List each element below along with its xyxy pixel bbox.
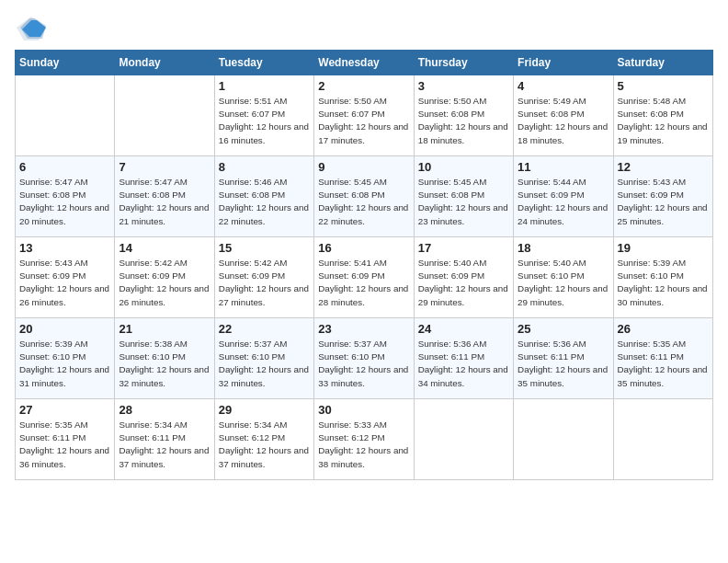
day-number: 26 <box>618 322 709 336</box>
day-info: Sunrise: 5:49 AM Sunset: 6:08 PM Dayligh… <box>518 95 609 147</box>
day-info: Sunrise: 5:34 AM Sunset: 6:12 PM Dayligh… <box>219 419 310 471</box>
calendar-cell <box>613 399 712 480</box>
day-number: 16 <box>318 241 409 255</box>
calendar-cell: 11Sunrise: 5:44 AM Sunset: 6:09 PM Dayli… <box>514 156 613 237</box>
day-info: Sunrise: 5:47 AM Sunset: 6:08 PM Dayligh… <box>119 176 210 228</box>
calendar-cell: 23Sunrise: 5:37 AM Sunset: 6:10 PM Dayli… <box>314 318 414 399</box>
day-number: 30 <box>318 403 409 417</box>
day-info: Sunrise: 5:42 AM Sunset: 6:09 PM Dayligh… <box>219 257 310 309</box>
calendar-cell: 16Sunrise: 5:41 AM Sunset: 6:09 PM Dayli… <box>314 237 414 318</box>
day-info: Sunrise: 5:43 AM Sunset: 6:09 PM Dayligh… <box>618 176 709 228</box>
day-info: Sunrise: 5:36 AM Sunset: 6:11 PM Dayligh… <box>418 338 509 390</box>
day-info: Sunrise: 5:34 AM Sunset: 6:11 PM Dayligh… <box>119 419 210 471</box>
calendar-week-1: 1Sunrise: 5:51 AM Sunset: 6:07 PM Daylig… <box>16 75 713 156</box>
day-info: Sunrise: 5:39 AM Sunset: 6:10 PM Dayligh… <box>618 257 709 309</box>
calendar-cell: 18Sunrise: 5:40 AM Sunset: 6:10 PM Dayli… <box>514 237 613 318</box>
calendar-cell: 30Sunrise: 5:33 AM Sunset: 6:12 PM Dayli… <box>314 399 414 480</box>
calendar-cell <box>115 75 214 156</box>
day-info: Sunrise: 5:36 AM Sunset: 6:11 PM Dayligh… <box>518 338 609 390</box>
day-number: 1 <box>219 79 310 93</box>
calendar-cell: 19Sunrise: 5:39 AM Sunset: 6:10 PM Dayli… <box>613 237 712 318</box>
calendar-cell <box>414 399 513 480</box>
calendar-week-3: 13Sunrise: 5:43 AM Sunset: 6:09 PM Dayli… <box>16 237 713 318</box>
day-number: 21 <box>119 322 210 336</box>
day-info: Sunrise: 5:33 AM Sunset: 6:12 PM Dayligh… <box>318 419 409 471</box>
day-number: 6 <box>19 160 110 174</box>
calendar-cell <box>16 75 115 156</box>
calendar-cell: 20Sunrise: 5:39 AM Sunset: 6:10 PM Dayli… <box>16 318 115 399</box>
day-info: Sunrise: 5:45 AM Sunset: 6:08 PM Dayligh… <box>318 176 409 228</box>
day-info: Sunrise: 5:44 AM Sunset: 6:09 PM Dayligh… <box>518 176 609 228</box>
day-info: Sunrise: 5:39 AM Sunset: 6:10 PM Dayligh… <box>19 338 110 390</box>
day-number: 12 <box>618 160 709 174</box>
day-number: 14 <box>119 241 210 255</box>
calendar-cell: 26Sunrise: 5:35 AM Sunset: 6:11 PM Dayli… <box>613 318 712 399</box>
day-number: 18 <box>518 241 609 255</box>
day-number: 5 <box>618 79 709 93</box>
day-info: Sunrise: 5:45 AM Sunset: 6:08 PM Dayligh… <box>418 176 509 228</box>
day-number: 24 <box>418 322 509 336</box>
weekday-header-tuesday: Tuesday <box>214 51 313 75</box>
day-number: 23 <box>318 322 409 336</box>
calendar-cell: 29Sunrise: 5:34 AM Sunset: 6:12 PM Dayli… <box>214 399 313 480</box>
day-info: Sunrise: 5:50 AM Sunset: 6:07 PM Dayligh… <box>318 95 409 147</box>
day-number: 19 <box>618 241 709 255</box>
day-info: Sunrise: 5:35 AM Sunset: 6:11 PM Dayligh… <box>19 419 110 471</box>
day-number: 13 <box>19 241 110 255</box>
calendar-cell: 10Sunrise: 5:45 AM Sunset: 6:08 PM Dayli… <box>414 156 513 237</box>
calendar-cell: 1Sunrise: 5:51 AM Sunset: 6:07 PM Daylig… <box>214 75 313 156</box>
calendar-cell: 3Sunrise: 5:50 AM Sunset: 6:08 PM Daylig… <box>414 75 513 156</box>
weekday-header-sunday: Sunday <box>16 51 115 75</box>
day-number: 28 <box>119 403 210 417</box>
calendar-table: SundayMondayTuesdayWednesdayThursdayFrid… <box>15 50 713 480</box>
logo <box>15 15 51 42</box>
calendar-cell <box>514 399 613 480</box>
day-number: 29 <box>219 403 310 417</box>
calendar-cell: 7Sunrise: 5:47 AM Sunset: 6:08 PM Daylig… <box>115 156 214 237</box>
weekday-header-friday: Friday <box>514 51 613 75</box>
day-number: 3 <box>418 79 509 93</box>
day-number: 25 <box>518 322 609 336</box>
calendar-cell: 13Sunrise: 5:43 AM Sunset: 6:09 PM Dayli… <box>16 237 115 318</box>
day-number: 10 <box>418 160 509 174</box>
weekday-header-monday: Monday <box>115 51 214 75</box>
day-info: Sunrise: 5:37 AM Sunset: 6:10 PM Dayligh… <box>318 338 409 390</box>
calendar-cell: 12Sunrise: 5:43 AM Sunset: 6:09 PM Dayli… <box>613 156 712 237</box>
calendar-cell: 17Sunrise: 5:40 AM Sunset: 6:09 PM Dayli… <box>414 237 513 318</box>
day-info: Sunrise: 5:47 AM Sunset: 6:08 PM Dayligh… <box>19 176 110 228</box>
calendar-cell: 5Sunrise: 5:48 AM Sunset: 6:08 PM Daylig… <box>613 75 712 156</box>
page-header <box>15 15 713 42</box>
weekday-header-row: SundayMondayTuesdayWednesdayThursdayFrid… <box>16 51 713 75</box>
calendar-cell: 4Sunrise: 5:49 AM Sunset: 6:08 PM Daylig… <box>514 75 613 156</box>
day-number: 15 <box>219 241 310 255</box>
day-info: Sunrise: 5:46 AM Sunset: 6:08 PM Dayligh… <box>219 176 310 228</box>
logo-icon <box>15 15 48 42</box>
calendar-cell: 24Sunrise: 5:36 AM Sunset: 6:11 PM Dayli… <box>414 318 513 399</box>
day-info: Sunrise: 5:40 AM Sunset: 6:09 PM Dayligh… <box>418 257 509 309</box>
calendar-cell: 14Sunrise: 5:42 AM Sunset: 6:09 PM Dayli… <box>115 237 214 318</box>
day-number: 4 <box>518 79 609 93</box>
day-number: 20 <box>19 322 110 336</box>
day-number: 22 <box>219 322 310 336</box>
calendar-cell: 22Sunrise: 5:37 AM Sunset: 6:10 PM Dayli… <box>214 318 313 399</box>
day-info: Sunrise: 5:42 AM Sunset: 6:09 PM Dayligh… <box>119 257 210 309</box>
day-info: Sunrise: 5:40 AM Sunset: 6:10 PM Dayligh… <box>518 257 609 309</box>
calendar-cell: 21Sunrise: 5:38 AM Sunset: 6:10 PM Dayli… <box>115 318 214 399</box>
day-number: 11 <box>518 160 609 174</box>
calendar-cell: 6Sunrise: 5:47 AM Sunset: 6:08 PM Daylig… <box>16 156 115 237</box>
day-number: 2 <box>318 79 409 93</box>
day-info: Sunrise: 5:48 AM Sunset: 6:08 PM Dayligh… <box>618 95 709 147</box>
day-number: 17 <box>418 241 509 255</box>
weekday-header-thursday: Thursday <box>414 51 513 75</box>
day-info: Sunrise: 5:43 AM Sunset: 6:09 PM Dayligh… <box>19 257 110 309</box>
calendar-cell: 9Sunrise: 5:45 AM Sunset: 6:08 PM Daylig… <box>314 156 414 237</box>
calendar-cell: 2Sunrise: 5:50 AM Sunset: 6:07 PM Daylig… <box>314 75 414 156</box>
weekday-header-wednesday: Wednesday <box>314 51 414 75</box>
day-info: Sunrise: 5:35 AM Sunset: 6:11 PM Dayligh… <box>618 338 709 390</box>
calendar-week-4: 20Sunrise: 5:39 AM Sunset: 6:10 PM Dayli… <box>16 318 713 399</box>
day-number: 9 <box>318 160 409 174</box>
day-info: Sunrise: 5:38 AM Sunset: 6:10 PM Dayligh… <box>119 338 210 390</box>
day-number: 8 <box>219 160 310 174</box>
calendar-cell: 8Sunrise: 5:46 AM Sunset: 6:08 PM Daylig… <box>214 156 313 237</box>
calendar-week-2: 6Sunrise: 5:47 AM Sunset: 6:08 PM Daylig… <box>16 156 713 237</box>
